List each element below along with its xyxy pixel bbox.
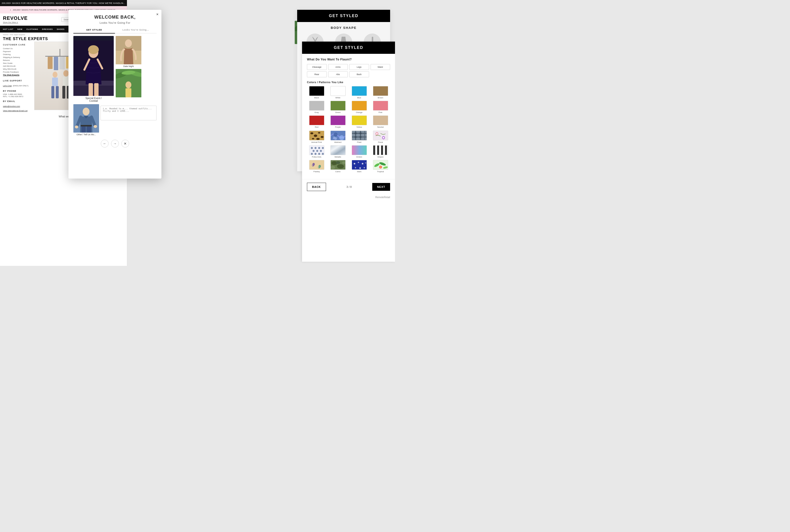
svg-point-107 bbox=[336, 161, 340, 164]
svg-point-101 bbox=[318, 167, 319, 168]
special-event-image[interactable] bbox=[73, 36, 114, 96]
flaunt-cleavage[interactable]: Cleavage bbox=[307, 64, 327, 70]
pattern-stripes[interactable]: Stripes bbox=[371, 145, 390, 158]
svg-point-81 bbox=[311, 147, 313, 149]
svg-point-6 bbox=[53, 72, 57, 78]
white-swatch bbox=[330, 86, 346, 96]
metallic-svg bbox=[331, 146, 346, 155]
color-blue[interactable]: Blue bbox=[349, 86, 369, 99]
floral-label: Floral bbox=[378, 141, 383, 143]
revolve-logo[interactable]: REVOLVE bbox=[3, 15, 27, 21]
tab-get-styled[interactable]: GET STYLED bbox=[73, 27, 115, 34]
svg-point-100 bbox=[312, 165, 313, 166]
orange-swatch bbox=[352, 101, 367, 111]
nav-shoes[interactable]: SHOES bbox=[55, 26, 66, 33]
color-green[interactable]: Green bbox=[328, 101, 348, 114]
bg-get-styled-header: GET STYLED bbox=[297, 10, 390, 22]
color-black[interactable]: Black bbox=[307, 86, 326, 99]
pattern-tropical[interactable]: Tropical bbox=[371, 160, 390, 173]
svg-point-83 bbox=[318, 147, 320, 149]
get-styled-header: GET STYLED bbox=[302, 42, 395, 54]
yellow-label: Yellow bbox=[357, 126, 362, 128]
camo-swatch bbox=[330, 160, 346, 170]
email-link[interactable]: sales@revolve.com bbox=[3, 105, 20, 107]
modal-close-button[interactable]: × bbox=[156, 12, 158, 17]
next-arrow[interactable]: → bbox=[111, 140, 119, 148]
svg-rect-96 bbox=[377, 146, 379, 155]
color-pink[interactable]: Pink bbox=[371, 101, 390, 114]
ombre-swatch bbox=[352, 145, 367, 155]
svg-point-40 bbox=[75, 126, 78, 128]
flaunt-arms[interactable]: Arms bbox=[328, 64, 348, 70]
tab-looks-going[interactable]: Looks You're Going... bbox=[115, 27, 156, 33]
close-arrow[interactable]: ✕ bbox=[121, 140, 129, 148]
yellow-swatch bbox=[352, 115, 367, 125]
shop-sites-link[interactable]: Shop Our Sites ∨ bbox=[3, 21, 27, 23]
pattern-animal[interactable]: Animal Print bbox=[307, 131, 326, 143]
blue-label: Blue bbox=[357, 97, 361, 99]
svg-text:★: ★ bbox=[365, 162, 367, 164]
animal-swatch bbox=[309, 131, 324, 140]
flaunt-back[interactable]: Back bbox=[349, 72, 369, 77]
lets-chat-link[interactable]: Let's Chat bbox=[3, 84, 12, 87]
color-gray[interactable]: Gray bbox=[307, 101, 326, 114]
paisley-label: Paisley bbox=[313, 170, 320, 173]
pattern-polka[interactable]: Polka Dots bbox=[307, 145, 326, 158]
tropical-label: Tropical bbox=[377, 170, 384, 173]
nav-hotlist[interactable]: HOT LIST bbox=[1, 26, 15, 33]
red-label: Red bbox=[315, 126, 319, 128]
color-white[interactable]: White bbox=[328, 86, 348, 99]
plaid-svg bbox=[352, 131, 367, 140]
svg-point-48 bbox=[318, 132, 321, 134]
svg-point-50 bbox=[312, 138, 314, 139]
flaunt-waist[interactable]: Waist bbox=[370, 64, 390, 70]
black-swatch bbox=[309, 86, 324, 96]
colors-patterns-label: Colors / Patterns You Like bbox=[307, 81, 390, 84]
svg-point-39 bbox=[83, 108, 90, 115]
intl-email-link[interactable]: View International Email List bbox=[3, 110, 27, 112]
breadcrumb-home[interactable]: Home bbox=[3, 34, 8, 36]
color-purple[interactable]: Purple bbox=[328, 115, 348, 128]
pattern-ombre[interactable]: Ombre bbox=[349, 145, 369, 158]
pattern-abstract[interactable]: Abstract bbox=[328, 131, 348, 143]
prev-arrow[interactable]: ← bbox=[101, 140, 109, 148]
modal-body: Special Event /Cocktail bbox=[69, 34, 161, 170]
date-night-container: Date Night bbox=[116, 36, 141, 68]
date-night-image[interactable] bbox=[116, 36, 141, 64]
pattern-plaid[interactable]: Plaid bbox=[349, 131, 369, 143]
denim-look-image[interactable] bbox=[73, 104, 99, 133]
colors-grid: Black White Blue Brown Gray bbox=[307, 86, 390, 128]
flaunt-abs[interactable]: Abs bbox=[328, 72, 348, 77]
flaunt-legs[interactable]: Legs bbox=[349, 64, 369, 70]
flaunt-rear[interactable]: Rear bbox=[307, 72, 327, 77]
next-button[interactable]: NEXT bbox=[372, 183, 390, 191]
back-button[interactable]: BACK bbox=[307, 183, 326, 191]
animal-svg bbox=[309, 131, 324, 140]
blue-swatch bbox=[352, 86, 367, 96]
green-label: Green bbox=[335, 111, 341, 114]
color-yellow[interactable]: Yellow bbox=[349, 115, 369, 128]
pattern-camo[interactable]: Camo bbox=[328, 160, 348, 173]
svg-point-54 bbox=[339, 135, 344, 140]
floral-svg bbox=[373, 131, 388, 140]
pattern-stars[interactable]: ★ ★ ★ ★ ★ ★ ★ Stars bbox=[349, 160, 369, 173]
svg-rect-99 bbox=[309, 160, 324, 170]
pattern-paisley[interactable]: Paisley bbox=[307, 160, 326, 173]
tropical-look-image[interactable] bbox=[116, 69, 141, 97]
nav-dresses[interactable]: DRESSES bbox=[40, 26, 55, 33]
nav-clothing[interactable]: CLOTHING bbox=[24, 26, 40, 33]
promo-prev-arrow[interactable]: ‹ bbox=[10, 8, 11, 11]
color-red[interactable]: Red bbox=[307, 115, 326, 128]
pattern-metallic[interactable]: Metallic bbox=[328, 145, 348, 158]
color-brown[interactable]: Brown bbox=[371, 86, 390, 99]
animal-label: Animal Print bbox=[311, 141, 322, 143]
progress-indicator: 3 / 8 bbox=[347, 185, 352, 188]
nav-new[interactable]: NEW bbox=[15, 26, 24, 33]
pattern-floral[interactable]: Floral bbox=[371, 131, 390, 143]
other-textarea[interactable] bbox=[100, 106, 156, 120]
color-orange[interactable]: Orange bbox=[349, 101, 369, 114]
color-neutral[interactable]: Neutral bbox=[371, 115, 390, 128]
svg-point-10 bbox=[63, 70, 69, 77]
stripes-label: Stripes bbox=[378, 156, 384, 158]
svg-text:★: ★ bbox=[363, 166, 365, 169]
